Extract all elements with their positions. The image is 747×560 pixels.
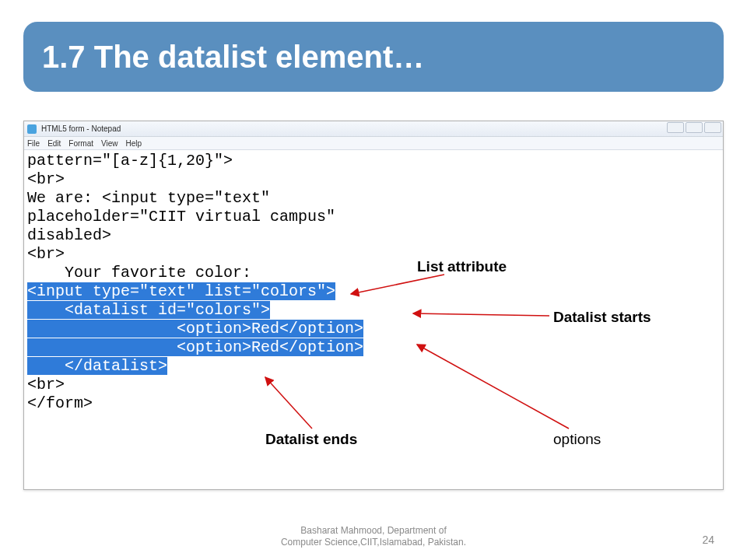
code-line: placeholder="CIIT virtual campus" xyxy=(24,208,723,226)
menu-help[interactable]: Help xyxy=(126,139,142,148)
menubar: File Edit Format View Help xyxy=(24,137,723,150)
annotation-datalist-ends: Datalist ends xyxy=(265,430,357,449)
notepad-icon xyxy=(27,124,37,134)
code-line: <br> xyxy=(24,376,723,394)
highlighted-code: <option>Red</option> xyxy=(27,320,363,338)
slide-title-text: 1.7 The datalist element… xyxy=(42,40,424,75)
code-line: <option>Red</option> xyxy=(24,338,723,357)
code-line: <br> xyxy=(24,245,723,264)
footer-line2: Computer Science,CIIT,Islamabad, Pakista… xyxy=(0,537,747,549)
window-controls xyxy=(667,122,721,133)
code-line: We are: <input type="text" xyxy=(24,189,723,208)
highlighted-code: <input type="text" list="colors"> xyxy=(27,282,335,300)
menu-edit[interactable]: Edit xyxy=(47,139,61,148)
code-line: Your favorite color: xyxy=(24,264,723,282)
menu-file[interactable]: File xyxy=(27,139,40,148)
annotation-datalist-starts: Datalist starts xyxy=(553,308,651,327)
menu-format[interactable]: Format xyxy=(68,139,93,148)
annotation-options: options xyxy=(553,430,601,449)
footer: Basharat Mahmood, Department of Computer… xyxy=(0,525,747,549)
code-line: </datalist> xyxy=(24,357,723,376)
notepad-window: HTML5 form - Notepad File Edit Format Vi… xyxy=(23,121,724,490)
highlighted-code: </datalist> xyxy=(27,357,167,375)
minimize-button[interactable] xyxy=(667,122,684,133)
window-titlebar: HTML5 form - Notepad xyxy=(24,121,723,137)
page-number: 24 xyxy=(702,534,714,546)
slide-title-banner: 1.7 The datalist element… xyxy=(23,22,724,92)
footer-line1: Basharat Mahmood, Department of xyxy=(0,525,747,537)
code-line: <br> xyxy=(24,170,723,189)
code-line: <input type="text" list="colors"> xyxy=(24,282,723,301)
close-button[interactable] xyxy=(704,122,721,133)
menu-view[interactable]: View xyxy=(101,139,118,148)
code-line: pattern="[a-z]{1,20}"> xyxy=(24,152,723,170)
highlighted-code: <datalist id="colors"> xyxy=(27,301,270,319)
code-line: disabled> xyxy=(24,226,723,245)
window-title: HTML5 form - Notepad xyxy=(41,124,121,133)
code-line: </form> xyxy=(24,394,723,413)
code-area[interactable]: pattern="[a-z]{1,20}"> <br> We are: <inp… xyxy=(24,150,723,489)
annotation-list-attribute: List attribute xyxy=(417,257,507,276)
maximize-button[interactable] xyxy=(686,122,703,133)
highlighted-code: <option>Red</option> xyxy=(27,338,363,356)
